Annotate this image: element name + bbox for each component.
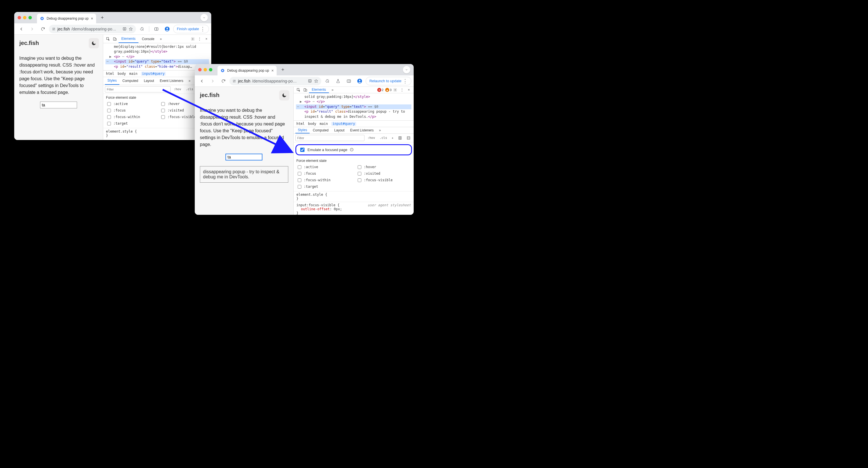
browser-tab[interactable]: Debug disappearing pop up × bbox=[217, 66, 277, 76]
close-tab-icon[interactable]: × bbox=[91, 16, 93, 21]
close-devtools-icon[interactable]: × bbox=[203, 36, 210, 42]
force-state-item[interactable]: :focus-within bbox=[106, 114, 154, 120]
emulate-focused-page-row[interactable]: Emulate a focused page ? bbox=[296, 144, 412, 155]
labs-icon[interactable] bbox=[333, 76, 343, 86]
breadcrumb-item[interactable]: html bbox=[106, 72, 114, 76]
device-toggle-icon[interactable] bbox=[302, 87, 308, 93]
force-state-item[interactable]: :active bbox=[297, 165, 351, 170]
hov-button[interactable]: :hov bbox=[172, 87, 183, 92]
address-bar[interactable]: jec.fish/demo/disappearing-po… bbox=[229, 77, 321, 85]
force-state-item[interactable]: :target bbox=[106, 121, 154, 126]
force-state-item[interactable]: :focus bbox=[297, 171, 351, 176]
device-toggle-icon[interactable] bbox=[112, 36, 118, 42]
profile-icon[interactable] bbox=[162, 24, 172, 34]
cls-button[interactable]: .cls bbox=[378, 136, 389, 140]
breadcrumb-item[interactable]: body bbox=[308, 122, 316, 126]
darkmode-toggle[interactable] bbox=[89, 38, 99, 48]
devtools-menu-icon[interactable]: ⋮ bbox=[196, 36, 203, 42]
more-tabs-icon[interactable]: » bbox=[330, 87, 336, 93]
force-state-item[interactable]: :target bbox=[297, 184, 351, 189]
devtools-menu-icon[interactable]: ⋮ bbox=[399, 87, 405, 93]
inspect-icon[interactable] bbox=[296, 87, 302, 93]
more-tabs-icon[interactable]: » bbox=[158, 36, 164, 42]
breadcrumb[interactable]: html body main input#query bbox=[294, 120, 414, 127]
layout-subtab[interactable]: Layout bbox=[141, 77, 157, 85]
cls-button[interactable]: .cls bbox=[184, 87, 195, 92]
styles-filter-input[interactable] bbox=[105, 86, 170, 92]
close-tab-icon[interactable]: × bbox=[271, 68, 274, 73]
force-state-item[interactable]: :active bbox=[106, 101, 154, 107]
more-subtabs-icon[interactable]: » bbox=[187, 78, 193, 84]
help-icon[interactable]: ? bbox=[350, 148, 354, 152]
tabs-dropdown-button[interactable] bbox=[403, 66, 410, 74]
eventlisteners-subtab[interactable]: Event Listeners bbox=[157, 77, 186, 85]
reload-button[interactable] bbox=[219, 76, 228, 86]
maximize-window-icon[interactable] bbox=[209, 68, 212, 71]
demo-query-input[interactable] bbox=[40, 101, 77, 108]
sidepanel-icon[interactable] bbox=[152, 24, 161, 34]
breadcrumb-item[interactable]: main bbox=[129, 72, 137, 76]
install-icon[interactable] bbox=[308, 79, 312, 83]
darkmode-toggle[interactable] bbox=[279, 90, 289, 100]
elements-tree[interactable]: solid gray;padding:10px}</style> ▶<p> ⋯ … bbox=[294, 93, 414, 120]
force-state-item[interactable]: :visited bbox=[356, 171, 411, 176]
address-bar[interactable]: jec.fish/demo/disappearing-po… bbox=[49, 25, 136, 33]
computed-subtab[interactable]: Computed bbox=[310, 127, 331, 134]
layout-subtab[interactable]: Layout bbox=[332, 127, 347, 134]
close-window-icon[interactable] bbox=[198, 68, 202, 71]
inspect-icon[interactable] bbox=[105, 36, 111, 42]
profile-icon[interactable] bbox=[355, 76, 365, 86]
force-state-item[interactable]: :focus-within bbox=[297, 178, 351, 183]
browser-tab[interactable]: Debug disappearing pop up × bbox=[37, 14, 96, 23]
settings-icon[interactable] bbox=[392, 87, 398, 93]
console-tab[interactable]: Console bbox=[139, 35, 157, 43]
breadcrumb-item[interactable]: input#query bbox=[141, 72, 166, 76]
warning-badge[interactable]: ▲3 bbox=[385, 88, 392, 92]
elements-tab[interactable]: Elements bbox=[119, 35, 138, 43]
extensions-icon[interactable] bbox=[137, 24, 147, 34]
force-state-item[interactable]: :focus-visible bbox=[356, 178, 411, 183]
styles-filter-input[interactable] bbox=[296, 135, 365, 141]
eventlisteners-subtab[interactable]: Event Listeners bbox=[348, 127, 376, 134]
bookmark-icon[interactable] bbox=[128, 27, 133, 31]
maximize-window-icon[interactable] bbox=[28, 16, 32, 19]
breadcrumb-item[interactable]: html bbox=[297, 122, 305, 126]
new-tab-button[interactable]: + bbox=[98, 14, 106, 22]
emulate-focused-checkbox[interactable] bbox=[300, 148, 305, 152]
update-button[interactable]: Finish update ⋮ bbox=[173, 25, 209, 33]
error-badge[interactable]: ✕2 bbox=[377, 88, 383, 92]
demo-query-input[interactable] bbox=[225, 154, 262, 160]
page-viewport: jec.fish Imagine you want to debug the d… bbox=[14, 35, 103, 140]
close-devtools-icon[interactable]: × bbox=[406, 87, 412, 93]
tabs-dropdown-button[interactable] bbox=[200, 14, 208, 21]
styles-subtab[interactable]: Styles bbox=[105, 77, 119, 85]
minimize-window-icon[interactable] bbox=[23, 16, 26, 19]
install-icon[interactable] bbox=[122, 27, 127, 31]
computed-panel-icon[interactable] bbox=[397, 136, 403, 141]
styles-subtab[interactable]: Styles bbox=[296, 127, 310, 134]
force-state-item[interactable]: :focus bbox=[106, 108, 154, 113]
more-subtabs-icon[interactable]: » bbox=[377, 127, 383, 134]
breadcrumb-item[interactable]: body bbox=[118, 72, 126, 76]
new-style-button[interactable]: + bbox=[390, 136, 395, 140]
close-window-icon[interactable] bbox=[18, 16, 21, 19]
hov-button[interactable]: :hov bbox=[366, 136, 377, 140]
computed-panel-icon2[interactable] bbox=[405, 136, 412, 141]
reload-button[interactable] bbox=[38, 24, 48, 34]
back-button[interactable] bbox=[17, 24, 26, 34]
bookmark-icon[interactable] bbox=[314, 79, 318, 83]
computed-subtab[interactable]: Computed bbox=[120, 77, 141, 85]
elements-tab[interactable]: Elements bbox=[309, 87, 329, 93]
ua-style-block[interactable]: user agent stylesheet input:focus-visibl… bbox=[294, 202, 414, 215]
extensions-icon[interactable] bbox=[322, 76, 332, 86]
back-button[interactable] bbox=[197, 76, 207, 86]
element-style-block[interactable]: element.style { } bbox=[294, 191, 414, 202]
breadcrumb-item[interactable]: input#query bbox=[331, 122, 356, 126]
force-state-item[interactable]: :hover bbox=[356, 165, 411, 170]
new-tab-button[interactable]: + bbox=[279, 66, 287, 74]
breadcrumb-item[interactable]: main bbox=[319, 122, 328, 126]
minimize-window-icon[interactable] bbox=[204, 68, 207, 71]
update-button[interactable]: Relaunch to update ⋮ bbox=[366, 77, 411, 85]
sidepanel-icon[interactable] bbox=[344, 76, 354, 86]
settings-icon[interactable] bbox=[190, 36, 196, 42]
